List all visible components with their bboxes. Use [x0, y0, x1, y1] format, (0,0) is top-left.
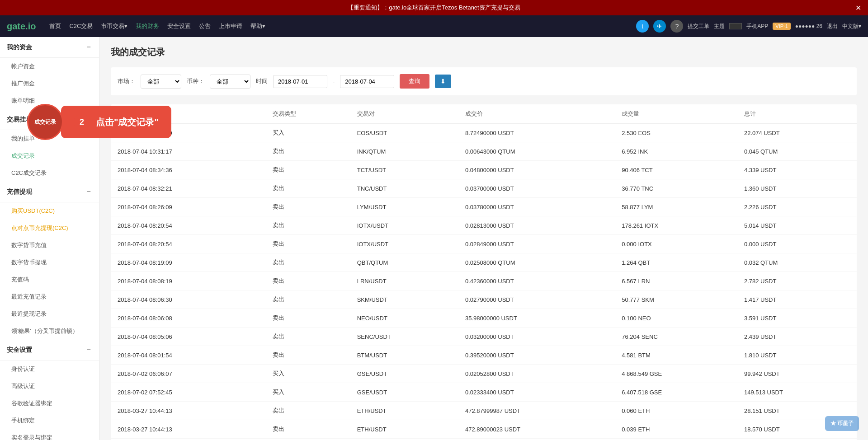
collapse-security[interactable]: －: [85, 345, 92, 355]
collapse-funds[interactable]: －: [85, 42, 92, 52]
announcement-close[interactable]: ✕: [855, 4, 861, 12]
cell-price: 0.00643000 QTUM: [458, 142, 615, 161]
cell-type[interactable]: 卖出: [266, 253, 350, 272]
cell-volume: 2.809 OMG: [615, 439, 737, 440]
cell-type[interactable]: 卖出: [266, 309, 350, 328]
cell-price: 472.89000023 USDT: [458, 420, 615, 439]
nav-finance[interactable]: 我的财务: [136, 22, 159, 30]
sidebar-item-c2c-records[interactable]: C2C成交记录: [0, 164, 99, 182]
cell-type[interactable]: 卖出: [266, 402, 350, 420]
cell-type[interactable]: 卖出: [266, 328, 350, 346]
cell-pair: BTM/USDT: [350, 346, 458, 365]
col-pair: 交易对: [350, 104, 458, 124]
cell-type[interactable]: 卖出: [266, 216, 350, 235]
sidebar-item-crypto-withdraw[interactable]: 数字货币提现: [0, 254, 99, 271]
cell-type[interactable]: 卖出: [266, 439, 350, 440]
cell-pair: QBT/QTUM: [350, 253, 458, 272]
cell-volume: 76.204 SENC: [615, 328, 737, 346]
cell-date: 2018-07-04 08:20:54: [111, 216, 266, 235]
sidebar-item-trade-records[interactable]: 成交记录: [0, 147, 99, 164]
cell-type[interactable]: 卖出: [266, 161, 350, 179]
cell-type[interactable]: 买入: [266, 383, 350, 402]
collapse-deposit[interactable]: －: [85, 187, 92, 197]
cell-pair: SKM/USDT: [350, 290, 458, 309]
table-row: 2018-07-04 08:19:09 卖出 QBT/QTUM 0.025080…: [111, 253, 857, 272]
col-total: 总计: [737, 104, 857, 124]
cell-pair: SENC/USDT: [350, 328, 458, 346]
nav-listing[interactable]: 上市申请: [219, 22, 242, 30]
logout-btn[interactable]: 退出: [827, 23, 838, 30]
sidebar-item-google-auth[interactable]: 谷歌验证器绑定: [0, 395, 99, 412]
cell-type[interactable]: 卖出: [266, 198, 350, 216]
sidebar: 我的资金 － 帐户资金 推广佣金 账单明细 交易挂单 － 我的挂单 成交记录 C…: [0, 37, 99, 440]
nav-trading[interactable]: 市币交易▾: [101, 22, 127, 30]
table-row: 2018-07-04 08:06:08 卖出 NEO/USDT 35.98000…: [111, 309, 857, 328]
nav-home[interactable]: 首页: [49, 22, 61, 30]
market-select[interactable]: 全部: [141, 75, 181, 89]
cell-type[interactable]: 卖出: [266, 235, 350, 253]
sidebar-item-voucher[interactable]: 充值码: [0, 271, 99, 288]
date-to-input[interactable]: [340, 75, 394, 88]
cell-type[interactable]: 卖出: [266, 142, 350, 161]
cell-date: 2018-07-04 08:20:54: [111, 235, 266, 253]
date-from-input[interactable]: [273, 75, 327, 88]
tooltip-number: 2: [74, 114, 90, 130]
cell-price: 0.02333400 USDT: [458, 383, 615, 402]
sidebar-item-commission[interactable]: 推广佣金: [0, 75, 99, 92]
cell-total: 2.782 USDT: [737, 272, 857, 290]
cell-type[interactable]: 卖出: [266, 272, 350, 290]
site-logo[interactable]: gate.io: [7, 21, 36, 32]
sidebar-item-recent-withdrawals[interactable]: 最近提现记录: [0, 305, 99, 323]
cell-price: 472.87999987 USDT: [458, 402, 615, 420]
language-selector[interactable]: 中文版▾: [842, 23, 861, 30]
telegram-icon[interactable]: ✈: [653, 20, 666, 33]
sidebar-item-p2p[interactable]: 点对点币充提现(C2C): [0, 220, 99, 237]
cell-pair: GSE/USDT: [350, 383, 458, 402]
cell-type[interactable]: 买入: [266, 124, 350, 142]
phone-app-btn[interactable]: 手机APP: [746, 23, 768, 30]
download-button[interactable]: ⬇: [435, 75, 451, 88]
sidebar-item-crypto-deposit[interactable]: 数字货币充值: [0, 237, 99, 254]
sidebar-deposit-header: 充值提现 －: [0, 182, 99, 202]
nav-security[interactable]: 安全设置: [167, 22, 191, 30]
tooltip-bubble: 2 点击"成交记录": [61, 106, 171, 138]
table-row: 2018-07-04 08:06:30 卖出 SKM/USDT 0.027900…: [111, 290, 857, 309]
sidebar-item-airdrop[interactable]: 领'糖果'（分叉币提前锁）: [0, 323, 99, 340]
query-button[interactable]: 查询: [400, 74, 429, 89]
help-icon[interactable]: ?: [670, 20, 683, 33]
table-row: 2018-07-04 08:26:09 卖出 LYM/USDT 0.037800…: [111, 198, 857, 216]
cell-type[interactable]: 卖出: [266, 420, 350, 439]
twitter-icon[interactable]: t: [636, 20, 649, 33]
sidebar-item-advanced-verify[interactable]: 高级认证: [0, 378, 99, 395]
theme-toggle[interactable]: [729, 23, 742, 29]
table-row: 2018-03-27 10:42:54 卖出 OMG/USDT 9.630000…: [111, 439, 857, 440]
cell-total: 0.000 USDT: [737, 235, 857, 253]
cell-total: 2.226 USDT: [737, 198, 857, 216]
nav-c2c[interactable]: C2C交易: [69, 22, 93, 30]
sidebar-item-buy-usdt[interactable]: 购买USDT(C2C): [0, 202, 99, 220]
cell-volume: 2.530 EOS: [615, 124, 737, 142]
submit-order-btn[interactable]: 提交工单: [688, 23, 709, 30]
cell-total: 1.417 USDT: [737, 290, 857, 309]
sidebar-item-account[interactable]: 帐户资金: [0, 58, 99, 75]
sidebar-item-phone-bind[interactable]: 手机绑定: [0, 412, 99, 429]
table-row: 2018-07-04 08:05:06 卖出 SENC/USDT 0.03200…: [111, 328, 857, 346]
cell-type[interactable]: 卖出: [266, 290, 350, 309]
cell-volume: 50.777 SKM: [615, 290, 737, 309]
sidebar-item-real-name-login[interactable]: 实名登录与绑定: [0, 429, 99, 440]
cell-volume: 6.952 INK: [615, 142, 737, 161]
cell-price: 0.02052800 USDT: [458, 365, 615, 383]
nav-announcement[interactable]: 公告: [199, 22, 211, 30]
cell-type[interactable]: 卖出: [266, 179, 350, 198]
sidebar-item-identity[interactable]: 身份认证: [0, 360, 99, 378]
nav-help[interactable]: 帮助▾: [250, 22, 265, 30]
sidebar-item-recent-deposits[interactable]: 最近充值记录: [0, 288, 99, 305]
cell-type[interactable]: 买入: [266, 365, 350, 383]
currency-select[interactable]: 全部: [210, 75, 250, 89]
cell-volume: 0.060 ETH: [615, 402, 737, 420]
cell-date: 2018-07-04 08:06:30: [111, 290, 266, 309]
tooltip-circle[interactable]: 成交记录: [27, 104, 63, 140]
sidebar-security-header: 安全设置 －: [0, 340, 99, 360]
cell-type[interactable]: 卖出: [266, 346, 350, 365]
date-separator: -: [333, 78, 335, 85]
